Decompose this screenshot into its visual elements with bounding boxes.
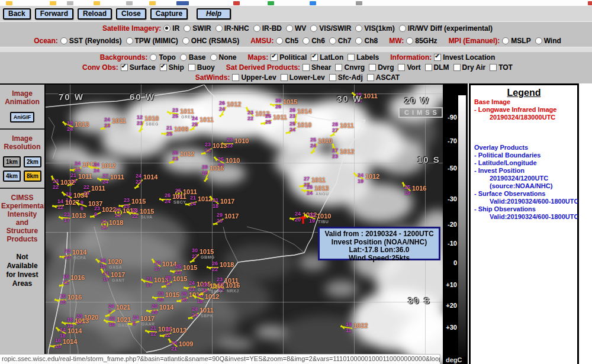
- tpw-mimic-radio[interactable]: TPW (MIMIC): [126, 37, 178, 45]
- bookmark-icon[interactable]: [126, 1, 133, 5]
- radio-checked-icon[interactable]: [163, 25, 170, 32]
- topo-radio[interactable]: Topo: [150, 53, 175, 62]
- radio-unchecked-icon[interactable]: [535, 37, 542, 44]
- bookmark-icon[interactable]: [50, 1, 56, 5]
- 4km-resolution-button[interactable]: 4km: [3, 170, 21, 182]
- capture-button[interactable]: Capture: [150, 8, 188, 20]
- wv-radio[interactable]: WV: [286, 24, 306, 33]
- invest-location-checkbox[interactable]: Invest Location: [434, 53, 495, 62]
- ch5-radio[interactable]: Ch5: [276, 37, 298, 45]
- 85ghz-radio[interactable]: 85GHz: [406, 37, 437, 45]
- lower-lev-checkbox[interactable]: Lower-Lev: [281, 73, 325, 82]
- 2km-resolution-button[interactable]: 2km: [24, 156, 41, 167]
- bookmark-icon[interactable]: [182, 1, 189, 5]
- bookmark-icon[interactable]: [310, 1, 316, 5]
- checkbox-checked-icon[interactable]: [271, 54, 278, 61]
- political-checkbox[interactable]: Political: [271, 53, 307, 62]
- radio-unchecked-icon[interactable]: [182, 37, 189, 44]
- upper-lev-checkbox[interactable]: Upper-Lev: [232, 73, 276, 82]
- ir-wv-diff-experimental-radio[interactable]: IR/WV Diff (experimental): [399, 24, 493, 33]
- 1km-resolution-button[interactable]: 1km: [3, 156, 21, 167]
- bookmark-icon[interactable]: [149, 1, 156, 5]
- base-radio[interactable]: Base: [180, 53, 206, 62]
- tot-checkbox[interactable]: TOT: [490, 63, 513, 72]
- vort-checkbox[interactable]: Vort: [398, 63, 420, 72]
- checkbox-unchecked-icon[interactable]: [453, 64, 461, 71]
- bookmark-icon[interactable]: [6, 1, 12, 5]
- dvrg-checkbox[interactable]: Dvrg: [369, 63, 394, 72]
- sfc-adj-checkbox[interactable]: Sfc-Adj: [329, 73, 363, 82]
- checkbox-checked-icon[interactable]: [311, 54, 318, 61]
- ohc-rsmas-radio[interactable]: OHC (RSMAS): [182, 37, 239, 45]
- checkbox-unchecked-icon[interactable]: [188, 64, 195, 71]
- radio-unchecked-icon[interactable]: [215, 25, 223, 32]
- checkbox-unchecked-icon[interactable]: [303, 64, 310, 71]
- cnvrg-checkbox[interactable]: Cnvrg: [335, 63, 365, 72]
- checkbox-unchecked-icon[interactable]: [367, 74, 374, 81]
- wind-radio[interactable]: Wind: [535, 37, 561, 45]
- invest-position-marker[interactable]: [299, 215, 307, 228]
- none-radio[interactable]: None: [210, 53, 237, 62]
- radio-unchecked-icon[interactable]: [355, 37, 362, 44]
- ir-nhc-radio[interactable]: IR-NHC: [215, 24, 249, 33]
- checkbox-unchecked-icon[interactable]: [329, 74, 336, 81]
- checkbox-unchecked-icon[interactable]: [232, 74, 239, 81]
- checkbox-checked-icon[interactable]: [160, 64, 167, 71]
- radio-unchecked-icon[interactable]: [329, 37, 336, 44]
- surface-checkbox[interactable]: Surface: [121, 63, 156, 72]
- bookmark-icon[interactable]: [588, 1, 592, 5]
- checkbox-unchecked-icon[interactable]: [335, 64, 342, 71]
- checkbox-unchecked-icon[interactable]: [490, 64, 497, 71]
- radio-unchecked-icon[interactable]: [286, 25, 293, 32]
- ir-radio[interactable]: IR: [163, 24, 179, 33]
- labels-checkbox[interactable]: Labels: [348, 53, 379, 62]
- back-button[interactable]: Back: [3, 8, 31, 20]
- dlm-checkbox[interactable]: DLM: [425, 63, 449, 72]
- checkbox-unchecked-icon[interactable]: [369, 64, 376, 71]
- radio-unchecked-icon[interactable]: [60, 37, 67, 44]
- dry-air-checkbox[interactable]: Dry Air: [453, 63, 486, 72]
- swir-radio[interactable]: SWIR: [184, 24, 211, 33]
- satellite-map[interactable]: CIMSS Valid from : 20190324 - 1200UTCInv…: [44, 83, 444, 364]
- buoy-checkbox[interactable]: Buoy: [188, 63, 215, 72]
- bookmark-icon[interactable]: [233, 1, 240, 5]
- forward-button[interactable]: Forward: [35, 8, 73, 20]
- radio-unchecked-icon[interactable]: [502, 37, 509, 44]
- help-button[interactable]: Help: [197, 8, 231, 20]
- bookmark-icon[interactable]: [94, 1, 100, 5]
- ir-bd-radio[interactable]: IR-BD: [253, 24, 282, 33]
- ch6-radio[interactable]: Ch6: [303, 37, 325, 45]
- checkbox-unchecked-icon[interactable]: [425, 64, 432, 71]
- radio-unchecked-icon[interactable]: [276, 37, 283, 44]
- checkbox-checked-icon[interactable]: [434, 54, 441, 61]
- reload-button[interactable]: Reload: [78, 8, 112, 20]
- latlon-checkbox[interactable]: LatLon: [311, 53, 343, 62]
- bookmark-icon[interactable]: [268, 1, 274, 5]
- checkbox-unchecked-icon[interactable]: [281, 74, 288, 81]
- mslp-radio[interactable]: MSLP: [502, 37, 530, 45]
- ch7-radio[interactable]: Ch7: [329, 37, 352, 45]
- vis-1km-radio[interactable]: VIS(1km): [355, 24, 394, 33]
- radio-unchecked-icon[interactable]: [126, 37, 133, 44]
- shear-checkbox[interactable]: Shear: [303, 63, 331, 72]
- radio-unchecked-icon[interactable]: [184, 25, 191, 32]
- sst-reynolds-radio[interactable]: SST (Reynolds): [60, 37, 122, 45]
- anigif-button[interactable]: AniGIF: [10, 112, 35, 123]
- checkbox-unchecked-icon[interactable]: [348, 54, 355, 61]
- radio-unchecked-icon[interactable]: [303, 37, 310, 44]
- radio-unchecked-icon[interactable]: [150, 54, 157, 61]
- checkbox-unchecked-icon[interactable]: [398, 64, 405, 71]
- radio-unchecked-icon[interactable]: [253, 25, 260, 32]
- checkbox-checked-icon[interactable]: [121, 64, 128, 71]
- ship-checkbox[interactable]: Ship: [160, 63, 184, 72]
- ascat-checkbox[interactable]: ASCAT: [367, 73, 400, 82]
- radio-unchecked-icon[interactable]: [355, 25, 362, 32]
- vis-swir-radio[interactable]: VIS/SWIR: [310, 24, 351, 33]
- radio-unchecked-icon[interactable]: [210, 54, 217, 61]
- close-button[interactable]: Close: [116, 8, 146, 20]
- radio-unchecked-icon[interactable]: [399, 25, 406, 32]
- radio-unchecked-icon[interactable]: [406, 37, 413, 44]
- 8km-resolution-button[interactable]: 8km: [24, 170, 41, 182]
- radio-unchecked-icon[interactable]: [180, 54, 187, 61]
- ch8-radio[interactable]: Ch8: [355, 37, 378, 45]
